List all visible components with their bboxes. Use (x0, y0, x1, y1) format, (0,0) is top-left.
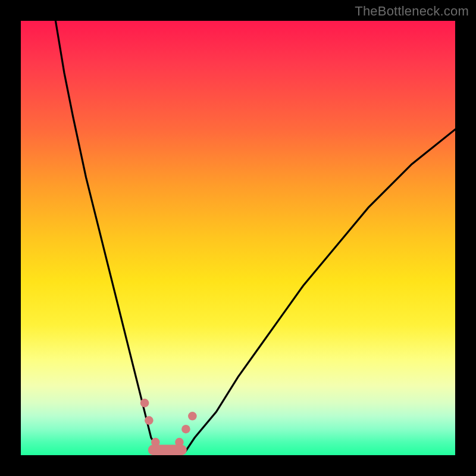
bottleneck-curve (55, 21, 455, 455)
plot-area (21, 21, 455, 455)
marker-p5 (181, 425, 190, 434)
marker-p2 (145, 416, 154, 425)
curve-layer (21, 21, 455, 455)
marker-p1 (140, 399, 149, 408)
chart-container: TheBottleneck.com (0, 0, 476, 476)
marker-p6 (188, 412, 197, 421)
markers-group (140, 399, 197, 446)
watermark-text: TheBottleneck.com (355, 4, 469, 19)
